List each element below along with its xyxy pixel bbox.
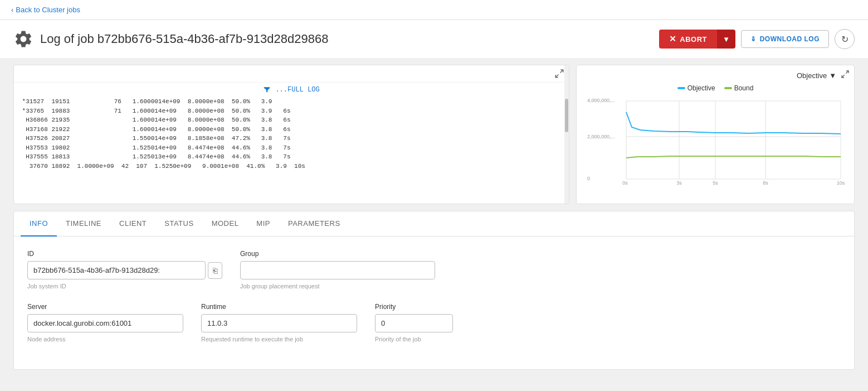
log-line: H37555 18813 1.525013e+09 8.4474e+08 44.…	[18, 152, 564, 162]
svg-text:10s: 10s	[837, 180, 845, 186]
chart-header: Objective ▼	[581, 70, 850, 81]
filter-icon	[263, 86, 271, 94]
bound-color-dot	[724, 87, 732, 89]
chevron-down-icon: ▼	[723, 35, 730, 44]
log-scrollbar[interactable]	[564, 65, 569, 204]
svg-line-2	[846, 71, 849, 74]
priority-label: Priority	[375, 303, 453, 311]
svg-line-0	[560, 70, 563, 73]
full-log-row[interactable]: ...FULL LOG	[18, 86, 564, 94]
log-line: H37526 20827 1.550014e+09 8.1858e+08 47.…	[18, 134, 564, 143]
form-row-id-group: ID ⎗ Job system ID Group Job group place…	[27, 250, 841, 289]
tab-client[interactable]: CLIENT	[110, 211, 155, 236]
tab-timeline[interactable]: TIMELINE	[57, 211, 110, 236]
refresh-button[interactable]: ↻	[835, 29, 855, 49]
chart-selector-button[interactable]: Objective ▼	[797, 71, 836, 80]
download-log-button[interactable]: ⇓ DOWNLOAD LOG	[741, 30, 829, 48]
form-field-id: ID ⎗ Job system ID	[27, 250, 222, 289]
chevron-left-icon: ‹	[11, 6, 13, 14]
svg-text:4,000,000,...: 4,000,000,...	[587, 98, 615, 103]
gear-icon	[13, 29, 33, 49]
top-nav: ‹ Back to Cluster jobs	[0, 0, 868, 20]
download-icon: ⇓	[750, 35, 757, 43]
tab-content: ID ⎗ Job system ID Group Job group place…	[14, 236, 854, 369]
full-log-label: ...FULL LOG	[275, 86, 319, 94]
log-line: H37168 21922 1.600014e+09 8.0000e+08 50.…	[18, 125, 564, 134]
id-label: ID	[27, 250, 222, 258]
tab-model[interactable]: MODEL	[203, 211, 248, 236]
page-header: Log of job b72bb676-515a-4b36-af7b-913d2…	[0, 20, 868, 58]
tabs-bar: INFOTIMELINECLIENTSTATUSMODELMIPPARAMETE…	[14, 211, 854, 236]
id-input-wrapper: ⎗	[27, 261, 222, 279]
svg-text:2,000,000,...: 2,000,000,...	[587, 134, 615, 139]
abort-button[interactable]: ✕ ABORT	[659, 30, 717, 49]
form-field-priority: Priority Priority of the job	[375, 303, 453, 342]
form-field-runtime: Runtime Requested runtime to execute the…	[201, 303, 357, 342]
legend-bound: Bound	[724, 84, 754, 92]
log-scrollbar-thumb	[565, 99, 568, 132]
page-title: Log of job b72bb676-515a-4b36-af7b-913d2…	[40, 32, 328, 46]
page-title-area: Log of job b72bb676-515a-4b36-af7b-913d2…	[13, 29, 328, 49]
chart-legend: Objective Bound	[581, 84, 850, 92]
log-line: *31527 19151 76 1.6000014e+09 8.0000e+08…	[18, 97, 564, 107]
log-line: H37553 19802 1.525014e+09 8.4474e+08 44.…	[18, 143, 564, 153]
chart-panel: Objective ▼ Objective Bound	[576, 65, 855, 204]
server-sublabel: Node address	[27, 336, 183, 342]
log-lines: *31527 19151 76 1.6000014e+09 8.0000e+08…	[18, 97, 564, 171]
server-label: Server	[27, 303, 183, 311]
chevron-down-icon: ▼	[829, 71, 836, 80]
group-sublabel: Job group placement request	[240, 283, 435, 289]
abort-label: ABORT	[680, 35, 707, 44]
log-line: *33765 19883 71 1.600014e+09 8.0000e+08 …	[18, 107, 564, 116]
tab-info[interactable]: INFO	[21, 211, 57, 236]
log-content: ...FULL LOG *31527 19151 76 1.6000014e+0…	[14, 83, 569, 175]
main-content: ...FULL LOG *31527 19151 76 1.6000014e+0…	[0, 58, 868, 211]
id-sublabel: Job system ID	[27, 283, 222, 289]
log-line: H36866 21935 1.600014e+09 8.0000e+08 50.…	[18, 115, 564, 125]
back-label: Back to Cluster jobs	[16, 6, 80, 14]
tabs-panel: INFOTIMELINECLIENTSTATUSMODELMIPPARAMETE…	[13, 211, 855, 370]
abort-x-icon: ✕	[669, 34, 677, 44]
tab-status[interactable]: STATUS	[155, 211, 202, 236]
copy-id-button[interactable]: ⎗	[208, 262, 222, 279]
download-label: DOWNLOAD LOG	[760, 35, 820, 43]
svg-text:5s: 5s	[713, 180, 718, 186]
log-line: 37670 18892 1.0000e+09 42 107 1.5250e+09…	[18, 162, 564, 171]
svg-text:8s: 8s	[763, 180, 768, 186]
chart-selector-label: Objective	[797, 71, 827, 80]
tab-mip[interactable]: MIP	[247, 211, 279, 236]
svg-text:0s: 0s	[622, 180, 628, 186]
runtime-sublabel: Requested runtime to execute the job	[201, 336, 357, 342]
objective-color-dot	[677, 87, 685, 89]
legend-bound-label: Bound	[734, 84, 754, 92]
priority-sublabel: Priority of the job	[375, 336, 453, 342]
svg-line-3	[842, 75, 845, 78]
form-field-group: Group Job group placement request	[240, 250, 435, 289]
legend-objective-label: Objective	[687, 84, 715, 92]
priority-input[interactable]	[375, 314, 453, 332]
runtime-label: Runtime	[201, 303, 357, 311]
form-field-server: Server Node address	[27, 303, 183, 342]
group-label: Group	[240, 250, 435, 258]
chart-expand-button[interactable]	[841, 70, 850, 81]
runtime-input[interactable]	[201, 314, 357, 332]
chart-svg: 4,000,000,... 2,000,000,... 0 0s 3s 5s 8…	[581, 96, 850, 186]
form-row-server-runtime-priority: Server Node address Runtime Requested ru…	[27, 303, 841, 342]
abort-dropdown-button[interactable]: ▼	[717, 30, 735, 49]
log-panel: ...FULL LOG *31527 19151 76 1.6000014e+0…	[13, 65, 569, 204]
header-actions: ✕ ABORT ▼ ⇓ DOWNLOAD LOG ↻	[659, 29, 855, 49]
id-input[interactable]	[27, 261, 206, 279]
server-input[interactable]	[27, 314, 183, 332]
legend-objective: Objective	[677, 84, 715, 92]
copy-icon: ⎗	[213, 266, 217, 275]
refresh-icon: ↻	[841, 34, 849, 45]
back-to-cluster-link[interactable]: ‹ Back to Cluster jobs	[11, 6, 857, 14]
svg-text:3s: 3s	[676, 180, 682, 186]
svg-text:0: 0	[587, 176, 590, 181]
log-toolbar	[14, 65, 569, 83]
svg-line-1	[555, 75, 558, 78]
group-input[interactable]	[240, 261, 435, 279]
tab-parameters[interactable]: PARAMETERS	[279, 211, 349, 236]
log-expand-button[interactable]	[554, 69, 564, 79]
abort-button-group: ✕ ABORT ▼	[659, 30, 735, 49]
